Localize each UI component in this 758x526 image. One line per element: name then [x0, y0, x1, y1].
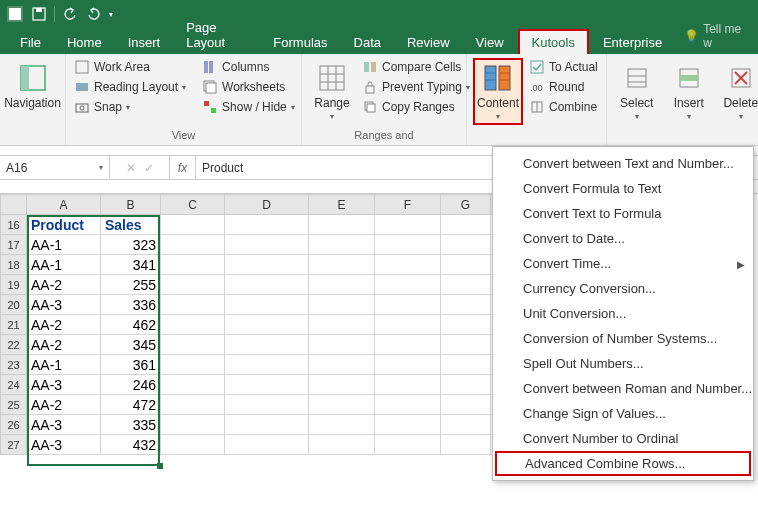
work-area-button[interactable]: Work Area [72, 58, 188, 76]
cell[interactable]: AA-1 [27, 355, 101, 375]
cell[interactable]: AA-2 [27, 275, 101, 295]
cell[interactable] [225, 215, 309, 235]
cell[interactable] [161, 335, 225, 355]
cell[interactable]: Sales [101, 215, 161, 235]
cell[interactable] [225, 355, 309, 375]
dropdown-item[interactable]: Conversion of Number Systems... [493, 326, 753, 351]
cell[interactable]: Product [27, 215, 101, 235]
cell[interactable] [441, 215, 491, 235]
cell[interactable]: AA-3 [27, 435, 101, 455]
columns-button[interactable]: Columns [200, 58, 297, 76]
cell[interactable]: 361 [101, 355, 161, 375]
cell[interactable] [375, 375, 441, 395]
row-header[interactable]: 27 [1, 435, 27, 455]
prevent-typing-button[interactable]: Prevent Typing▾ [360, 78, 472, 96]
cell[interactable]: AA-2 [27, 315, 101, 335]
column-header[interactable]: F [375, 195, 441, 215]
cell[interactable] [161, 435, 225, 455]
cell[interactable]: AA-1 [27, 235, 101, 255]
cell[interactable] [375, 295, 441, 315]
cell[interactable] [161, 355, 225, 375]
cell[interactable] [441, 375, 491, 395]
cell[interactable] [161, 215, 225, 235]
row-header[interactable]: 22 [1, 335, 27, 355]
snap-button[interactable]: Snap▾ [72, 98, 188, 116]
row-header[interactable]: 20 [1, 295, 27, 315]
name-box[interactable]: A16 ▾ [0, 156, 110, 179]
cell[interactable] [225, 275, 309, 295]
dropdown-item[interactable]: Convert Time...▶ [493, 251, 753, 276]
show-hide-button[interactable]: Show / Hide▾ [200, 98, 297, 116]
dropdown-item[interactable]: Change Sign of Values... [493, 401, 753, 426]
fill-handle[interactable] [157, 463, 163, 469]
dropdown-item[interactable]: Convert Formula to Text [493, 176, 753, 201]
chevron-down-icon[interactable]: ▾ [99, 163, 103, 172]
delete-button[interactable]: Delete▾ [717, 58, 758, 125]
combine-button[interactable]: Combine [527, 98, 600, 116]
dropdown-item[interactable]: Convert to Date... [493, 226, 753, 251]
row-header[interactable]: 23 [1, 355, 27, 375]
cell[interactable] [309, 355, 375, 375]
navigation-button[interactable]: Navigation [6, 58, 59, 114]
cell[interactable] [225, 395, 309, 415]
cell[interactable] [441, 395, 491, 415]
row-header[interactable]: 25 [1, 395, 27, 415]
dropdown-item[interactable]: Convert Number to Ordinal [493, 426, 753, 451]
cell[interactable] [309, 375, 375, 395]
cell[interactable] [309, 295, 375, 315]
tab-review[interactable]: Review [395, 31, 462, 54]
cell[interactable] [309, 395, 375, 415]
select-button[interactable]: Select▾ [613, 58, 661, 125]
save-icon[interactable] [30, 5, 48, 23]
cell[interactable] [225, 415, 309, 435]
cell[interactable] [441, 315, 491, 335]
cell[interactable] [161, 415, 225, 435]
cell[interactable] [161, 275, 225, 295]
cell[interactable]: 336 [101, 295, 161, 315]
cell[interactable]: 462 [101, 315, 161, 335]
cell[interactable]: 472 [101, 395, 161, 415]
cell[interactable]: 246 [101, 375, 161, 395]
cell[interactable]: 432 [101, 435, 161, 455]
cell[interactable] [225, 295, 309, 315]
cell[interactable] [225, 315, 309, 335]
dropdown-item[interactable]: Spell Out Numbers... [493, 351, 753, 376]
cell[interactable] [225, 435, 309, 455]
column-header[interactable]: C [161, 195, 225, 215]
undo-icon[interactable] [61, 5, 79, 23]
content-dropdown-button[interactable]: Content ▾ [473, 58, 523, 125]
cell[interactable] [309, 255, 375, 275]
tab-formulas[interactable]: Formulas [261, 31, 339, 54]
cell[interactable] [309, 335, 375, 355]
row-header[interactable]: 19 [1, 275, 27, 295]
cell[interactable]: AA-3 [27, 375, 101, 395]
cell[interactable] [309, 275, 375, 295]
dropdown-item[interactable]: Convert Text to Formula [493, 201, 753, 226]
cell[interactable] [375, 215, 441, 235]
tab-home[interactable]: Home [55, 31, 114, 54]
compare-cells-button[interactable]: Compare Cells [360, 58, 472, 76]
cell[interactable]: 255 [101, 275, 161, 295]
column-header[interactable]: E [309, 195, 375, 215]
cell[interactable] [375, 235, 441, 255]
dropdown-item[interactable]: Convert between Roman and Number... [493, 376, 753, 401]
cell[interactable] [441, 235, 491, 255]
cell[interactable] [375, 255, 441, 275]
worksheets-button[interactable]: Worksheets [200, 78, 297, 96]
cell[interactable] [161, 255, 225, 275]
cell[interactable] [441, 435, 491, 455]
tell-me-search[interactable]: 💡 Tell me w [676, 18, 750, 54]
cell[interactable] [375, 355, 441, 375]
insert-button[interactable]: Insert▾ [665, 58, 713, 125]
cell[interactable]: AA-2 [27, 335, 101, 355]
tab-enterprise[interactable]: Enterprise [591, 31, 674, 54]
column-header[interactable]: D [225, 195, 309, 215]
column-header[interactable]: B [101, 195, 161, 215]
tab-file[interactable]: File [8, 31, 53, 54]
cell[interactable] [309, 315, 375, 335]
cell[interactable] [375, 415, 441, 435]
row-header[interactable]: 21 [1, 315, 27, 335]
cell[interactable] [225, 375, 309, 395]
tab-kutools[interactable]: Kutools [518, 29, 589, 54]
row-header[interactable]: 24 [1, 375, 27, 395]
